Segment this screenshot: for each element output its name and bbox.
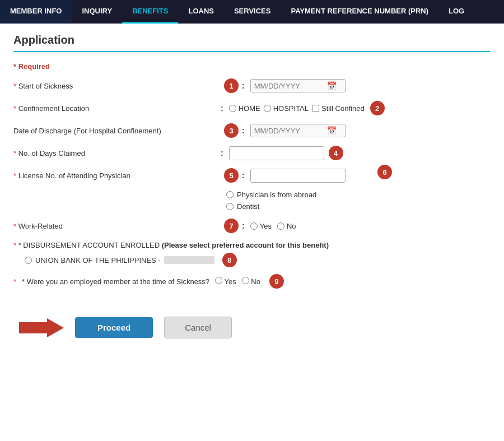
badge-9: 9 — [269, 274, 284, 289]
still-confined-label[interactable]: Still Confined — [312, 104, 365, 113]
employed-yes-label[interactable]: Yes — [215, 277, 236, 286]
no-of-days-input[interactable] — [229, 146, 324, 160]
arrow-container — [19, 318, 64, 338]
date-of-discharge-date-wrapper: 📅 — [250, 124, 346, 137]
work-related-label: * Work-Related — [13, 222, 221, 230]
svg-marker-0 — [19, 318, 64, 337]
calendar-icon-2[interactable]: 📅 — [327, 126, 337, 135]
button-area: Proceed Cancel — [13, 317, 491, 338]
nav-inquiry[interactable]: INQUIRY — [72, 0, 122, 24]
badge-8: 8 — [222, 253, 237, 267]
confinement-location-label: * Confinement Location — [13, 104, 221, 113]
page-title: Application — [13, 34, 491, 52]
cancel-button[interactable]: Cancel — [164, 317, 232, 338]
employed-yes-radio[interactable] — [215, 277, 222, 284]
badge-5: 5 — [224, 168, 239, 183]
confinement-location-row: * Confinement Location : HOME HOSPITAL S… — [13, 101, 491, 115]
page-container: Application * Required * Start of Sickne… — [0, 24, 504, 349]
physician-abroad-radio[interactable] — [226, 191, 234, 198]
badge-4: 4 — [329, 146, 343, 160]
nav-log[interactable]: LOG — [438, 0, 474, 24]
date-of-discharge-label: Date of Discharge (For Hospital Confinem… — [13, 127, 221, 135]
employed-no-radio[interactable] — [242, 277, 249, 284]
work-related-no-radio[interactable] — [277, 222, 284, 230]
start-of-sickness-date-wrapper: 📅 — [250, 79, 346, 92]
disbursement-bank-radio[interactable] — [25, 257, 32, 264]
badge-1: 1 — [224, 78, 239, 93]
work-related-yes-radio[interactable] — [250, 222, 258, 230]
confinement-options: HOME HOSPITAL Still Confined — [229, 104, 365, 113]
masked-account — [164, 256, 214, 264]
still-confined-checkbox[interactable] — [312, 105, 319, 112]
license-no-row: * License No. of Attending Physician 5 : — [13, 168, 491, 183]
confinement-hospital-label[interactable]: HOSPITAL — [264, 104, 309, 113]
disbursement-label: * * DISBURSEMENT ACCOUNT ENROLLED (Pleas… — [13, 241, 491, 249]
work-related-options: Yes No — [250, 222, 296, 230]
disbursement-bank-label[interactable]: UNION BANK OF THE PHILIPPINES - — [25, 256, 214, 264]
badge-3: 3 — [224, 123, 239, 138]
badge-7: 7 — [224, 219, 239, 233]
badge-2: 2 — [370, 101, 385, 115]
disbursement-option-row: UNION BANK OF THE PHILIPPINES - 8 — [25, 253, 491, 267]
badge-6: 6 — [377, 165, 392, 179]
physician-abroad-label[interactable]: Physician is from abroad — [226, 191, 491, 199]
proceed-arrow-icon — [19, 318, 64, 338]
start-of-sickness-input[interactable] — [254, 82, 327, 90]
employed-no-label[interactable]: No — [242, 277, 260, 286]
start-of-sickness-label: * Start of Sickness — [13, 82, 221, 90]
nav-services[interactable]: SERVICES — [224, 0, 281, 24]
nav-loans[interactable]: LOANS — [178, 0, 224, 24]
nav-benefits[interactable]: BENEFITS — [122, 0, 178, 24]
nav-prn[interactable]: PAYMENT REFERENCE NUMBER (PRN) — [281, 0, 438, 24]
navbar: MEMBER INFO INQUIRY BENEFITS LOANS SERVI… — [0, 0, 504, 24]
work-related-row: * Work-Related 7 : Yes No — [13, 219, 491, 233]
confinement-home-radio[interactable] — [229, 105, 236, 112]
work-related-yes-label[interactable]: Yes — [250, 222, 272, 230]
confinement-home-label[interactable]: HOME — [229, 104, 260, 113]
date-of-discharge-input[interactable] — [254, 127, 327, 135]
nav-member-info[interactable]: MEMBER INFO — [0, 0, 72, 24]
physician-options: Physician is from abroad Dentist 6 — [226, 191, 491, 211]
employed-row: * * Were you an employed member at the t… — [13, 274, 491, 289]
license-no-label: * License No. of Attending Physician — [13, 171, 221, 180]
calendar-icon-1[interactable]: 📅 — [327, 81, 337, 90]
physician-dentist-radio[interactable] — [226, 203, 234, 210]
date-of-discharge-row: Date of Discharge (For Hospital Confinem… — [13, 123, 491, 138]
start-of-sickness-row: * Start of Sickness 1 : 📅 — [13, 78, 491, 93]
license-no-input[interactable] — [250, 169, 346, 183]
proceed-button[interactable]: Proceed — [75, 317, 153, 338]
no-of-days-label: * No. of Days Claimed — [13, 149, 221, 157]
confinement-hospital-radio[interactable] — [264, 105, 271, 112]
work-related-no-label[interactable]: No — [277, 222, 296, 230]
physician-dentist-label[interactable]: Dentist — [226, 202, 491, 211]
required-note: * Required — [13, 62, 491, 71]
no-of-days-row: * No. of Days Claimed : 4 — [13, 146, 491, 160]
